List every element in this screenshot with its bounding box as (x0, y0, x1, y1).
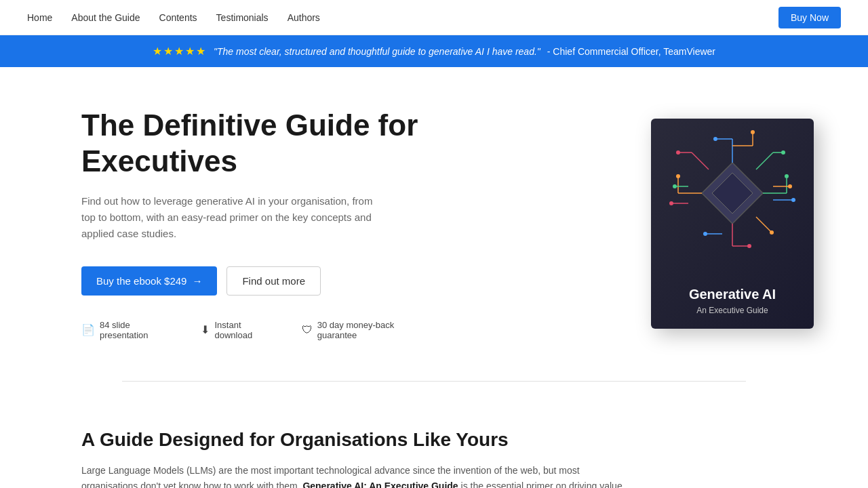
feature-slide-label: 84 slide presentation (100, 320, 179, 340)
download-icon: ⬇ (201, 323, 210, 336)
svg-point-9 (785, 174, 789, 178)
feature-download: ⬇ Instant download (201, 320, 279, 340)
hero-section: The Definitive Guide for Executives Find… (0, 67, 868, 367)
hero-buttons: Buy the ebook $249 → Find out more (81, 266, 434, 296)
section2: A Guide Designed for Organisations Like … (0, 395, 868, 488)
find-out-more-button[interactable]: Find out more (226, 266, 321, 296)
svg-point-31 (676, 150, 680, 155)
slide-icon: 📄 (81, 323, 95, 336)
hero-title: The Definitive Guide for Executives (81, 108, 434, 180)
nav-testimonials[interactable]: Testimonials (216, 12, 269, 23)
star-rating: ★★★★★ (153, 45, 207, 58)
nav-links: Home About the Guide Contents Testimonia… (27, 12, 320, 24)
feature-guarantee: 🛡 30 day money-back guarantee (302, 320, 434, 340)
nav-home[interactable]: Home (27, 12, 52, 23)
svg-point-18 (703, 232, 707, 236)
svg-point-3 (713, 137, 717, 141)
svg-line-32 (756, 217, 772, 232)
section2-strong: Generative AI: An Executive Guide (302, 481, 458, 488)
book-cover: Generative AI An Executive Guide (651, 119, 814, 329)
svg-point-28 (781, 150, 785, 155)
nav-authors[interactable]: Authors (288, 12, 320, 23)
svg-point-25 (669, 201, 673, 205)
nav-buy-now-button[interactable]: Buy Now (778, 7, 841, 28)
section2-title: A Guide Designed for Organisations Like … (81, 429, 787, 451)
navbar: Home About the Guide Contents Testimonia… (0, 0, 868, 35)
svg-point-23 (673, 184, 677, 188)
svg-point-11 (788, 184, 792, 188)
nav-about[interactable]: About the Guide (71, 12, 140, 23)
book-subtitle: An Executive Guide (696, 306, 768, 315)
hero-subtitle: Find out how to leverage generative AI i… (81, 193, 373, 242)
hero-features: 📄 84 slide presentation ⬇ Instant downlo… (81, 320, 434, 340)
book-title: Generative AI (689, 285, 776, 303)
feature-guarantee-label: 30 day money-back guarantee (317, 320, 434, 340)
testimonial-banner: ★★★★★ "The most clear, structured and th… (0, 35, 868, 67)
svg-line-26 (756, 152, 773, 169)
section-divider (122, 381, 746, 382)
hero-text-block: The Definitive Guide for Executives Find… (81, 108, 434, 340)
shield-icon: 🛡 (302, 324, 313, 336)
svg-point-33 (770, 230, 774, 235)
svg-point-13 (791, 198, 795, 202)
banner-quote-text: "The most clear, structured and thoughtf… (214, 46, 540, 57)
svg-point-21 (676, 174, 680, 178)
section2-body: Large Language Models (LLMs) are the mos… (81, 463, 624, 488)
svg-point-6 (751, 130, 755, 134)
feature-download-label: Instant download (214, 320, 279, 340)
nav-contents[interactable]: Contents (159, 12, 197, 23)
svg-point-16 (747, 244, 751, 248)
buy-ebook-button[interactable]: Buy the ebook $249 → (81, 266, 217, 296)
feature-slide: 📄 84 slide presentation (81, 320, 179, 340)
circuit-diagram (665, 125, 800, 261)
svg-line-29 (692, 152, 709, 169)
banner-attribution: - Chief Commercial Officer, TeamViewer (547, 46, 715, 57)
